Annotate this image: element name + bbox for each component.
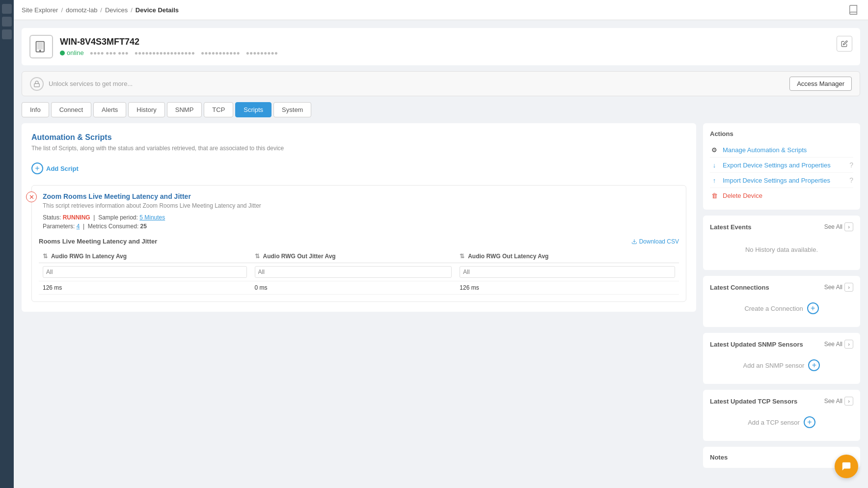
unlock-text: Unlock services to get more...	[49, 80, 133, 87]
latest-events-section: Latest Events See All › No History data …	[703, 216, 860, 270]
events-see-all-button[interactable]: See All ›	[824, 222, 853, 231]
sidebar-item-2[interactable]	[2, 17, 12, 27]
script-params-label: Parameters:	[43, 223, 75, 230]
book-icon[interactable]	[846, 3, 860, 17]
data-table-section: Rooms Live Meeting Latency and Jitter Do…	[39, 238, 679, 295]
latest-tcp-section: Latest Updated TCP Sensors See All › Add…	[703, 390, 860, 441]
chat-button[interactable]	[835, 455, 858, 478]
main-content: Site Explorer / domotz-lab / Devices / D…	[14, 0, 868, 488]
add-tcp-plus-icon: +	[804, 416, 815, 428]
sidebar-item-1[interactable]	[2, 4, 12, 14]
snmp-chevron-icon: ›	[844, 340, 853, 349]
filter-col2[interactable]	[255, 266, 452, 278]
action-label-import: Import Device Settings and Properties	[723, 177, 830, 184]
script-title[interactable]: Zoom Rooms Live Meeting Latency and Jitt…	[43, 192, 679, 200]
tab-tcp[interactable]: TCP	[204, 102, 233, 117]
tcp-chevron-icon: ›	[844, 397, 853, 406]
filter-col1[interactable]	[43, 266, 247, 278]
svg-rect-1	[37, 43, 43, 50]
metrics-table: ⇅ Audio RWG In Latency Avg ⇅ Audio RWG O…	[39, 250, 679, 295]
table-row: 126 ms 0 ms 126 ms	[39, 281, 679, 295]
breadcrumb-sep-1: /	[61, 6, 63, 14]
actions-section: Actions ⚙ Manage Automation & Scripts ↓ …	[703, 123, 860, 210]
connections-chevron-icon: ›	[844, 283, 853, 292]
tcp-see-all-button[interactable]: See All ›	[824, 397, 853, 406]
main-panel: Automation & Scripts The list of Scripts…	[22, 123, 696, 468]
tab-scripts[interactable]: Scripts	[235, 102, 271, 117]
breadcrumb-current: Device Details	[136, 6, 179, 14]
add-script-icon: +	[31, 163, 43, 174]
sidebar-item-3[interactable]	[2, 29, 12, 39]
latest-snmp-title: Latest Updated SNMP Sensors	[710, 341, 803, 348]
script-item: ✕ Zoom Rooms Live Meeting Latency and Ji…	[31, 185, 686, 302]
snmp-see-all-button[interactable]: See All ›	[824, 340, 853, 349]
latest-events-title: Latest Events	[710, 223, 752, 231]
import-help-icon[interactable]: ?	[849, 176, 853, 184]
breadcrumb-site-explorer[interactable]: Site Explorer	[22, 6, 58, 14]
svg-rect-3	[34, 83, 40, 86]
unlock-bar: Unlock services to get more... Access Ma…	[22, 71, 860, 96]
create-connection-button[interactable]: Create a Connection +	[710, 297, 853, 320]
latest-tcp-title: Latest Updated TCP Sensors	[710, 398, 797, 405]
edit-device-button[interactable]	[837, 36, 852, 52]
script-sample-value[interactable]: 5 Minutes	[139, 214, 165, 221]
tab-system[interactable]: System	[273, 102, 311, 117]
connections-see-all-button[interactable]: See All ›	[824, 283, 853, 292]
import-icon: ↑	[710, 176, 719, 185]
latest-snmp-section: Latest Updated SNMP Sensors See All › Ad…	[703, 333, 860, 384]
col-header-3[interactable]: ⇅ Audio RWG Out Latency Avg	[456, 250, 679, 263]
action-export-settings[interactable]: ↓ Export Device Settings and Properties …	[710, 158, 853, 173]
action-import-settings[interactable]: ↑ Import Device Settings and Properties …	[710, 173, 853, 188]
notes-title: Notes	[710, 454, 853, 461]
col-header-2[interactable]: ⇅ Audio RWG Out Jitter Avg	[251, 250, 456, 263]
device-name: WIN-8V4S3MFT742	[60, 37, 278, 47]
script-description: This script retrieves information about …	[43, 202, 679, 209]
latest-snmp-header: Latest Updated SNMP Sensors See All ›	[710, 340, 853, 349]
automation-subtitle: The list of Scripts, along with the stat…	[31, 145, 686, 152]
script-params-value[interactable]: 4	[77, 223, 80, 230]
breadcrumb-sep-2: /	[100, 6, 102, 14]
col-header-1[interactable]: ⇅ Audio RWG In Latency Avg	[39, 250, 251, 263]
create-connection-plus-icon: +	[807, 302, 819, 314]
automation-title: Automation & Scripts	[31, 133, 686, 142]
latest-connections-section: Latest Connections See All › Create a Co…	[703, 276, 860, 327]
breadcrumb-devices[interactable]: Devices	[105, 6, 128, 14]
breadcrumb-sep-3: /	[131, 6, 133, 14]
breadcrumb-domotz[interactable]: domotz-lab	[66, 6, 97, 14]
add-snmp-plus-icon: +	[808, 359, 820, 371]
add-script-label: Add Script	[46, 165, 79, 172]
device-header: WIN-8V4S3MFT742 online ●●●● ●●● ●●● ●●●●…	[22, 28, 860, 65]
device-ip4: ●●●●●●●●●	[246, 50, 278, 56]
cell-col1: 126 ms	[39, 281, 251, 295]
download-csv-button[interactable]: Download CSV	[631, 238, 679, 245]
add-script-button[interactable]: + Add Script	[31, 160, 686, 177]
latest-events-header: Latest Events See All ›	[710, 222, 853, 231]
create-connection-label: Create a Connection	[744, 305, 803, 312]
action-label-export: Export Device Settings and Properties	[723, 162, 831, 169]
cell-col3: 126 ms	[456, 281, 679, 295]
script-sample-label: Sample period:	[98, 214, 138, 221]
latest-connections-title: Latest Connections	[710, 284, 769, 291]
tab-alerts[interactable]: Alerts	[93, 102, 126, 117]
tab-connect[interactable]: Connect	[51, 102, 91, 117]
gear-icon: ⚙	[710, 145, 719, 154]
tab-info[interactable]: Info	[22, 102, 49, 117]
filter-col3[interactable]	[460, 266, 675, 278]
access-manager-button[interactable]: Access Manager	[789, 77, 852, 91]
latest-connections-header: Latest Connections See All ›	[710, 283, 853, 292]
action-delete-device[interactable]: 🗑 Delete Device	[710, 188, 853, 203]
page-body: WIN-8V4S3MFT742 online ●●●● ●●● ●●● ●●●●…	[14, 20, 868, 476]
tab-snmp[interactable]: SNMP	[167, 102, 202, 117]
action-manage-automation[interactable]: ⚙ Manage Automation & Scripts	[710, 142, 853, 158]
tab-history[interactable]: History	[128, 102, 164, 117]
add-tcp-sensor-button[interactable]: Add a TCP sensor +	[710, 410, 853, 434]
export-help-icon[interactable]: ?	[849, 161, 853, 169]
script-remove-button[interactable]: ✕	[26, 191, 37, 202]
script-status-value: RUNNING	[63, 214, 90, 221]
device-ip3: ●●●●●●●●●●●	[201, 50, 240, 56]
data-table-header: Rooms Live Meeting Latency and Jitter Do…	[39, 238, 679, 245]
breadcrumb: Site Explorer / domotz-lab / Devices / D…	[22, 6, 179, 14]
add-snmp-sensor-button[interactable]: Add an SNMP sensor +	[710, 353, 853, 377]
data-table-title: Rooms Live Meeting Latency and Jitter	[39, 238, 157, 245]
script-status-label: Status:	[43, 214, 61, 221]
